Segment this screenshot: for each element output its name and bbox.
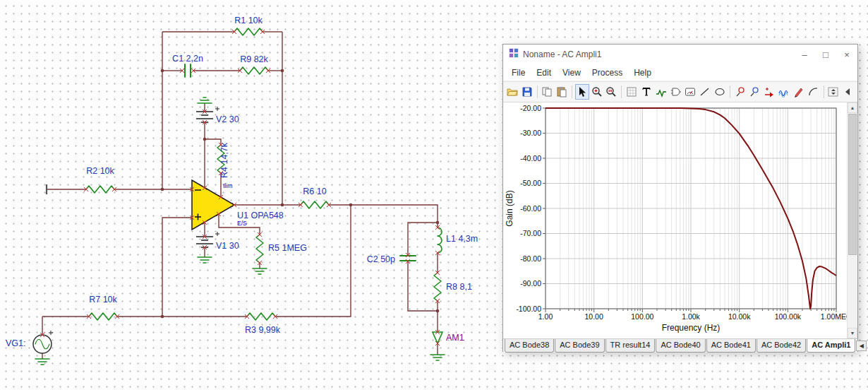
menu-file[interactable]: File (506, 66, 531, 80)
tab-scroll-left-button[interactable]: ◀ (856, 341, 867, 351)
capacitor-c1[interactable] (185, 64, 191, 77)
titlebar[interactable]: Noname - AC Ampli1 – □ × (503, 45, 857, 64)
grid-icon[interactable] (625, 84, 639, 100)
signal-analyzer-icon[interactable] (777, 84, 791, 100)
es-label[interactable]: E/S (237, 220, 247, 227)
r7-label[interactable]: R7 10k (89, 295, 117, 305)
toolbar (503, 81, 857, 102)
tab-ac-bode42[interactable]: AC Bode42 (757, 339, 806, 353)
tab-ac-bode41[interactable]: AC Bode41 (706, 339, 756, 353)
v1-label[interactable]: V1 30 (216, 241, 239, 251)
scroll-up-button[interactable]: ▲ (848, 102, 857, 113)
vertical-scrollbar[interactable]: ▲ ▼ (847, 102, 857, 338)
scroll-down-button[interactable]: ▼ (848, 328, 857, 338)
save-icon[interactable] (520, 84, 534, 100)
y-tick-label: -70.00 (520, 229, 541, 237)
bode-plot: 1.0010.00100.001.00k10.00k100.00k1.00MEG… (503, 102, 847, 338)
zoom-100-icon[interactable] (605, 84, 619, 100)
component-tool-icon[interactable] (654, 84, 668, 100)
resistor-r2[interactable] (86, 186, 114, 193)
menu-process[interactable]: Process (586, 66, 628, 80)
r3-label[interactable]: R3 9,99k (245, 325, 281, 335)
wire[interactable] (329, 205, 438, 228)
meter-tool-icon[interactable] (683, 84, 697, 100)
ellipse-tool-icon[interactable] (713, 84, 727, 100)
minimize-button[interactable]: – (794, 45, 815, 64)
ground-symbol[interactable] (198, 257, 212, 263)
r5-label[interactable]: R5 1MEG (268, 243, 307, 253)
chart-area: 1.0010.00100.001.00k10.00k100.00k1.00MEG… (503, 102, 857, 338)
tab-ac-bode39[interactable]: AC Bode39 (555, 339, 604, 353)
toolbar-separator (572, 85, 572, 98)
r4-label[interactable]: R4 14,7k (219, 142, 229, 178)
y-tick-label: -100.00 (516, 305, 541, 313)
v2-label[interactable]: V2 30 (216, 114, 239, 124)
r1-label[interactable]: R1 10k (234, 16, 263, 25)
x-tick-label: 1.00k (682, 312, 700, 321)
y-tick-label: -50.00 (520, 179, 541, 187)
vg1-label[interactable]: VG1: (6, 338, 26, 348)
junction-dot (349, 203, 353, 207)
ground-symbol[interactable] (35, 359, 49, 365)
resistor-r6[interactable] (301, 201, 329, 208)
ground-symbol[interactable] (430, 355, 445, 360)
resistor-r9[interactable] (240, 67, 268, 74)
wire[interactable] (408, 223, 438, 255)
r9-label[interactable]: R9 82k (240, 54, 268, 64)
resistor-r3[interactable] (247, 313, 275, 320)
menu-view[interactable]: View (557, 66, 586, 80)
cursor-icon[interactable] (575, 84, 589, 100)
am1-label[interactable]: AM1 (446, 333, 464, 343)
c1-label[interactable]: C1 2,2n (172, 54, 203, 64)
wire[interactable] (408, 261, 438, 311)
wire[interactable] (205, 139, 221, 145)
inductor-l1[interactable] (438, 228, 442, 253)
ilim-label[interactable]: Ilim (223, 182, 232, 189)
gate-tool-icon[interactable] (669, 84, 683, 100)
text-tool-icon[interactable] (639, 84, 653, 100)
tab-tr-result14[interactable]: TR result14 (605, 339, 656, 353)
resistor-r1[interactable] (234, 28, 263, 35)
line-tool-icon[interactable] (698, 84, 712, 100)
copy-icon[interactable] (540, 84, 554, 100)
spinner-icon[interactable] (826, 84, 840, 100)
ac-analysis-window: Noname - AC Ampli1 – □ × FileEditViewPro… (502, 44, 858, 352)
u1-label[interactable]: U1 OPA548 (237, 211, 284, 220)
tab-ac-ampli1[interactable]: AC Ampli1 (807, 339, 855, 353)
arc-tool-icon[interactable] (807, 84, 821, 100)
current-probe-icon[interactable] (762, 84, 776, 100)
close-button[interactable]: × (836, 45, 857, 64)
l1-label[interactable]: L1 4,3m (446, 234, 478, 244)
junction-dot (281, 203, 284, 207)
open-icon[interactable] (505, 84, 519, 100)
battery-v1[interactable] (196, 237, 213, 247)
resistor-r7[interactable] (89, 313, 117, 320)
paste-icon[interactable] (555, 84, 569, 100)
voltage-pin-b-icon[interactable] (748, 84, 762, 100)
r6-label[interactable]: R6 10 (303, 187, 326, 196)
wire[interactable] (275, 205, 351, 317)
tab-ac-bode40[interactable]: AC Bode40 (656, 339, 705, 353)
capacitor-c2[interactable] (400, 256, 416, 261)
voltage-pin-a-icon[interactable] (733, 84, 747, 100)
menu-help[interactable]: Help (628, 66, 657, 80)
r8-label[interactable]: R8 8,1 (446, 282, 472, 292)
wire[interactable] (162, 218, 192, 317)
r2-label[interactable]: R2 10k (86, 166, 114, 176)
ground-symbol[interactable] (198, 98, 212, 103)
ammeter-am1[interactable] (433, 332, 442, 343)
menu-edit[interactable]: Edit (531, 66, 557, 80)
x-tick-label: 100.00k (775, 312, 802, 321)
ground-symbol[interactable] (253, 268, 267, 274)
battery-v2[interactable] (196, 112, 213, 122)
pen-tool-icon[interactable] (792, 84, 806, 100)
toolbar-separator (824, 85, 824, 98)
resistor-r8[interactable] (434, 273, 441, 301)
resistor-r5[interactable] (256, 235, 263, 263)
scrollbar-thumb[interactable] (848, 114, 857, 255)
tab-ac-bode38[interactable]: AC Bode38 (505, 339, 554, 353)
maximize-button[interactable]: □ (815, 45, 836, 64)
c2-label[interactable]: C2 50p (367, 254, 395, 264)
zoom-in-icon[interactable] (590, 84, 604, 100)
scroll-left-icon[interactable] (841, 84, 855, 100)
